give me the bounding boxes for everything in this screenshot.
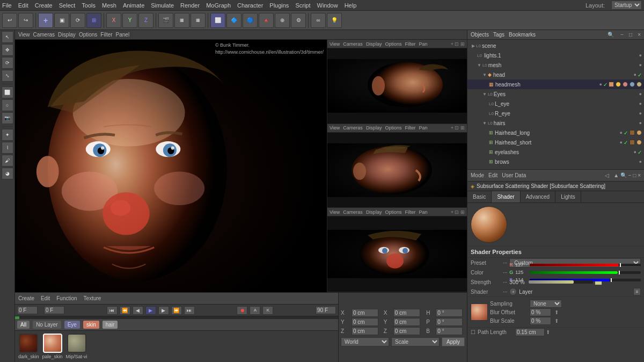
filter-all[interactable]: All: [17, 321, 30, 329]
menu-window[interactable]: Window: [317, 2, 338, 9]
tool-y[interactable]: Y: [122, 13, 137, 28]
vp-br-view[interactable]: View: [330, 209, 340, 215]
anim-tab-create[interactable]: Create: [18, 295, 34, 301]
left-tool-rotate[interactable]: ⟳: [2, 57, 13, 69]
vp-tr-filter[interactable]: Filter: [405, 41, 415, 47]
filter-skin[interactable]: skin: [83, 321, 99, 329]
shader-add-btn[interactable]: +: [509, 288, 517, 295]
tl-btn-record[interactable]: ⏺: [237, 306, 247, 315]
frame-start-input[interactable]: [17, 306, 38, 314]
left-tool-sphere[interactable]: ○: [2, 99, 13, 111]
scene-maximize-icon[interactable]: □: [629, 32, 632, 38]
apply-button[interactable]: Apply: [442, 337, 465, 346]
tool-undo[interactable]: ↩: [2, 13, 17, 28]
anim-tab-edit[interactable]: Edit: [41, 295, 50, 301]
tree-scene[interactable]: ▶ L0 scene: [467, 41, 644, 50]
vp-tr-options[interactable]: Options: [385, 41, 401, 47]
tree-head[interactable]: ▼ ◆ head ● ✓: [467, 70, 644, 79]
left-tool-light[interactable]: ✦: [2, 129, 13, 141]
tl-btn-next[interactable]: ⏩: [171, 306, 182, 315]
tl-btn-key[interactable]: K: [262, 306, 273, 315]
left-tool-box[interactable]: ⬜: [2, 86, 13, 98]
tl-btn-prev-frame[interactable]: ◀: [133, 306, 143, 315]
tab-basic[interactable]: Basic: [467, 191, 492, 202]
vp-bar-view[interactable]: View: [18, 32, 30, 38]
menu-plugins[interactable]: Plugins: [269, 2, 289, 9]
tool-scale[interactable]: ⊞: [86, 13, 101, 28]
menu-file[interactable]: File: [2, 2, 12, 9]
vp-bar-options[interactable]: Options: [79, 32, 97, 38]
vp-mr-options[interactable]: Options: [385, 125, 401, 131]
tool-x[interactable]: X: [106, 13, 121, 28]
scale-select[interactable]: Scale: [391, 337, 440, 346]
mode-tab[interactable]: Mode: [471, 172, 484, 178]
tool-obj1[interactable]: ⬜: [210, 13, 225, 28]
vp-mr-view[interactable]: View: [330, 125, 340, 131]
coord-x2-input[interactable]: [393, 309, 420, 317]
menu-character[interactable]: Character: [237, 2, 263, 9]
scene-bookmarks-label[interactable]: Bookmarks: [509, 32, 536, 38]
coord-p-input[interactable]: [436, 318, 463, 326]
tree-brows[interactable]: ⊞ brows ●: [467, 157, 644, 166]
tool-rotate[interactable]: ⟳: [70, 13, 85, 28]
vp-mr-filter[interactable]: Filter: [405, 125, 415, 131]
edit-tab[interactable]: Edit: [488, 172, 497, 178]
tl-btn-prev[interactable]: ⏪: [120, 306, 130, 315]
frame-end-input[interactable]: [316, 306, 336, 314]
coord-y-input[interactable]: [352, 318, 378, 326]
vp-bar-display[interactable]: Display: [58, 32, 76, 38]
blur-scale-spinner[interactable]: ⬆: [554, 318, 559, 324]
path-length-spinner[interactable]: ⬆: [546, 329, 550, 335]
vp-mr-pan[interactable]: Pan: [419, 125, 427, 131]
path-length-checkbox[interactable]: ☐: [471, 329, 475, 335]
left-tool-paint[interactable]: 🖌: [2, 155, 13, 166]
coord-x-input[interactable]: [352, 309, 378, 317]
scene-search-icon[interactable]: 🔍: [608, 32, 614, 38]
menu-simulate[interactable]: Simulate: [151, 2, 174, 9]
menu-create[interactable]: Create: [35, 2, 53, 9]
tree-mesh[interactable]: ▼ L0 mesh ●: [467, 60, 644, 70]
coord-z-input[interactable]: [352, 327, 378, 335]
anim-tab-texture[interactable]: Texture: [84, 295, 101, 301]
tool-z[interactable]: Z: [138, 13, 153, 28]
vp-bar-filter[interactable]: Filter: [100, 32, 112, 38]
coord-z2-input[interactable]: [393, 327, 420, 335]
tool-obj2[interactable]: 🔷: [226, 13, 241, 28]
tree-reye[interactable]: L0 R_eye ●: [467, 108, 644, 118]
tree-lights[interactable]: L0 lights.1 ●: [467, 50, 644, 60]
vp-bar-cameras[interactable]: Cameras: [33, 32, 55, 38]
scene-tags-label[interactable]: Tags: [493, 32, 504, 38]
coord-h-input[interactable]: [436, 309, 463, 317]
tool-obj6[interactable]: ⚙: [291, 13, 306, 28]
filter-eye[interactable]: Eye: [64, 321, 80, 329]
vp-mr-cameras[interactable]: Cameras: [343, 125, 363, 131]
tool-loop[interactable]: ∞: [311, 13, 326, 28]
world-select[interactable]: World: [341, 337, 389, 346]
vp-br-display[interactable]: Display: [366, 209, 382, 215]
vp-bar-panel[interactable]: Panel: [116, 32, 130, 38]
tool-film[interactable]: 🎬: [158, 13, 173, 28]
strength-slider[interactable]: [529, 280, 593, 284]
frame-current-input[interactable]: [44, 306, 64, 314]
tool-render2[interactable]: ▦: [191, 13, 206, 28]
tool-redo[interactable]: ↪: [18, 13, 33, 28]
shader-menu-btn[interactable]: ≡: [633, 288, 641, 295]
tool-move[interactable]: ▣: [54, 13, 69, 28]
tab-shader[interactable]: Shader: [492, 191, 520, 202]
vp-tr-display[interactable]: Display: [366, 41, 382, 47]
vp-br-filter[interactable]: Filter: [405, 209, 415, 215]
blur-offset-input[interactable]: [530, 308, 551, 316]
tree-eyelashes[interactable]: ⊞ eyelashes ● ✓: [467, 147, 644, 157]
vp-br-pan[interactable]: Pan: [419, 209, 427, 215]
left-tool-scale[interactable]: ⤡: [2, 70, 13, 82]
vp-br-options[interactable]: Options: [385, 209, 401, 215]
tree-eyes[interactable]: ▼ L0 Eyes ●: [467, 89, 644, 99]
tl-btn-play[interactable]: ▶: [145, 306, 156, 315]
vp-br-cameras[interactable]: Cameras: [343, 209, 363, 215]
swatch-mip[interactable]: Mip/Sat-vi: [66, 334, 87, 359]
vp-tr-pan[interactable]: Pan: [419, 41, 427, 47]
left-tool-sculpt[interactable]: ◕: [2, 168, 13, 179]
vp-tr-cameras[interactable]: Cameras: [343, 41, 363, 47]
tool-light[interactable]: 💡: [327, 13, 342, 28]
vp-tr-view[interactable]: View: [330, 41, 340, 47]
